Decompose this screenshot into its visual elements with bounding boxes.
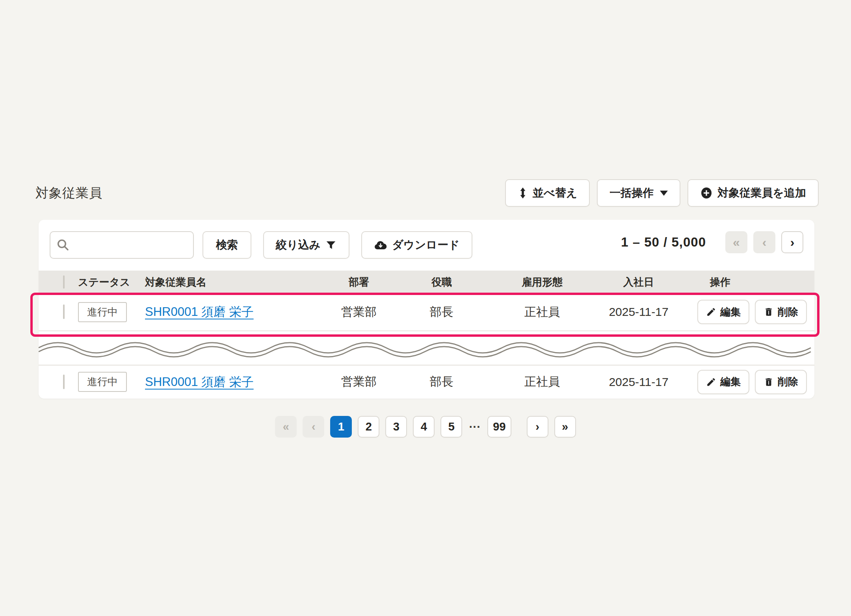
prev-page-button: ‹: [753, 231, 775, 253]
edit-button-label: 編集: [720, 305, 741, 319]
table-row: 進行中 SHR0001 須磨 栄子 営業部 部長 正社員 2025-11-17 …: [39, 365, 814, 398]
download-button[interactable]: ダウンロード: [361, 231, 472, 259]
pagination-page-5[interactable]: 5: [440, 416, 462, 438]
employment-cell: 正社員: [524, 374, 560, 390]
employment-cell: 正社員: [524, 304, 560, 320]
pagination-ellipsis: ···: [469, 420, 481, 434]
header-status: ステータス: [78, 275, 145, 289]
add-employee-label: 対象従業員を追加: [717, 186, 806, 200]
search-icon: [56, 238, 70, 252]
sort-button[interactable]: 並べ替え: [505, 179, 590, 207]
pagination-page-3[interactable]: 3: [385, 416, 407, 438]
pagination-page-4[interactable]: 4: [413, 416, 435, 438]
sort-button-label: 並べ替え: [533, 186, 577, 200]
plus-circle-icon: [700, 187, 713, 199]
header-department: 部署: [349, 275, 369, 289]
delete-button-label: 削除: [778, 305, 798, 319]
cloud-download-icon: [374, 239, 387, 251]
next-page-button[interactable]: ›: [781, 231, 803, 253]
sort-arrows-icon: [518, 187, 528, 199]
search-box: [50, 231, 194, 259]
pagination: « ‹ 1 2 3 4 5 ··· 99 › »: [0, 416, 851, 438]
employee-name-link[interactable]: SHR0001 須磨 栄子: [145, 305, 254, 319]
card-toolbar: 検索 絞り込み ダウンロード 1 – 50 / 5,000 «: [39, 220, 814, 271]
pagination-next-button[interactable]: ›: [527, 416, 548, 438]
delete-button-label: 削除: [778, 375, 798, 389]
add-employee-button[interactable]: 対象従業員を追加: [687, 179, 819, 207]
row-checkbox[interactable]: [63, 304, 65, 319]
range-area: 1 – 50 / 5,000 « ‹ ›: [621, 231, 803, 253]
search-button-label: 検索: [216, 237, 238, 252]
edit-button[interactable]: 編集: [697, 300, 749, 324]
truncation-wave-separator: [39, 331, 814, 365]
bulk-actions-button[interactable]: 一括操作: [597, 179, 680, 207]
pagination-page-2[interactable]: 2: [358, 416, 379, 438]
header-employment: 雇用形態: [522, 275, 563, 289]
pencil-icon: [706, 307, 716, 317]
filter-button[interactable]: 絞り込み: [263, 231, 349, 259]
employee-list-card: 検索 絞り込み ダウンロード 1 – 50 / 5,000 «: [39, 220, 814, 399]
page-title: 対象従業員: [35, 184, 102, 202]
status-badge: 進行中: [78, 302, 127, 322]
filter-button-label: 絞り込み: [276, 237, 320, 252]
join-date-cell: 2025-11-17: [609, 305, 668, 319]
search-button[interactable]: 検索: [203, 231, 251, 259]
header-toolbar: 並べ替え 一括操作 対象従業員を追加: [505, 179, 819, 207]
pagination-first-button: «: [275, 416, 297, 438]
funnel-icon: [325, 239, 337, 251]
header-operations: 操作: [680, 275, 803, 289]
pagination-page-1[interactable]: 1: [330, 416, 352, 438]
trash-icon: [764, 307, 774, 317]
join-date-cell: 2025-11-17: [609, 375, 668, 389]
first-page-button: «: [725, 231, 747, 253]
edit-button[interactable]: 編集: [697, 370, 749, 394]
delete-button[interactable]: 削除: [755, 300, 807, 324]
department-cell: 営業部: [341, 304, 377, 320]
pagination-last-button[interactable]: »: [554, 416, 576, 438]
pencil-icon: [706, 377, 716, 387]
range-info: 1 – 50 / 5,000: [621, 235, 706, 250]
position-cell: 部長: [430, 304, 453, 320]
trash-icon: [764, 377, 774, 387]
download-button-label: ダウンロード: [392, 237, 459, 252]
row-checkbox[interactable]: [63, 375, 65, 389]
header-join-date: 入社日: [623, 275, 654, 289]
header-employee-name: 対象従業員名: [145, 275, 321, 289]
delete-button[interactable]: 削除: [755, 370, 807, 394]
chevron-down-icon: [660, 191, 668, 196]
position-cell: 部長: [430, 374, 453, 390]
pagination-prev-button: ‹: [303, 416, 324, 438]
header-position: 役職: [431, 275, 452, 289]
edit-button-label: 編集: [720, 375, 741, 389]
department-cell: 営業部: [341, 374, 377, 390]
bulk-actions-label: 一括操作: [609, 186, 654, 200]
table-row: 進行中 SHR0001 須磨 栄子 営業部 部長 正社員 2025-11-17 …: [39, 293, 814, 331]
employee-name-link[interactable]: SHR0001 須磨 栄子: [145, 375, 254, 389]
pagination-page-99[interactable]: 99: [487, 416, 511, 438]
select-all-checkbox[interactable]: [63, 275, 65, 289]
table-header-row: ステータス 対象従業員名 部署 役職 雇用形態 入社日 操作: [39, 271, 814, 293]
status-badge: 進行中: [78, 372, 127, 392]
search-input[interactable]: [50, 231, 194, 259]
